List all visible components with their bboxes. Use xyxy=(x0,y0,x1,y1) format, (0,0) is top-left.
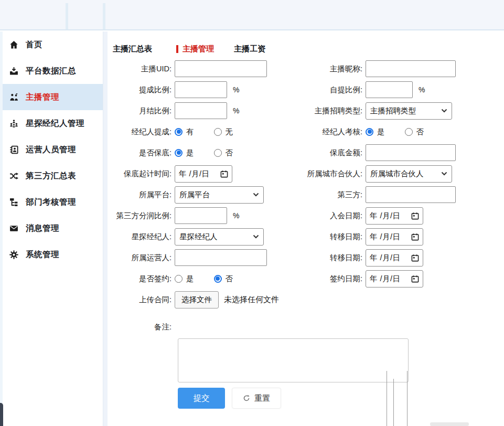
field-anchor-uid: 主播UID: xyxy=(112,58,320,79)
is-signed-radio-group: 是 否 xyxy=(175,274,233,284)
radio-selected-icon[interactable] xyxy=(214,275,222,283)
field-upload-contract: 上传合同: 选择文件 未选择任何文件 xyxy=(112,289,320,310)
radio-label: 否 xyxy=(226,274,233,284)
radio-option-no[interactable]: 否 xyxy=(405,127,424,137)
sidebar-item-system[interactable]: 系统管理 xyxy=(0,241,103,268)
field-label: 主播UID: xyxy=(141,63,171,74)
form-column-right: 主播昵称: 自提比例: % 主播招聘类型: 主播招聘类型 xyxy=(320,58,504,310)
sidebar-item-anchor-manage[interactable]: 主播管理 xyxy=(0,84,103,110)
percent-suffix: % xyxy=(233,86,239,94)
operator-icon xyxy=(9,145,18,154)
third-party-icon xyxy=(9,171,18,180)
radio-unselected-icon[interactable] xyxy=(175,275,183,283)
scout-agent-select[interactable]: 星探经纪人 xyxy=(175,228,264,246)
third-party-share-input[interactable] xyxy=(175,207,227,224)
select-value: 星探经纪人 xyxy=(179,232,218,242)
platform-select[interactable]: 所属平台 xyxy=(175,186,264,204)
sidebar-item-platform-data[interactable]: 平台数据汇总 xyxy=(0,58,103,84)
form-actions: 提交 重置 xyxy=(178,388,504,409)
sidebar-item-message[interactable]: 消息管理 xyxy=(0,215,103,241)
field-operator: 所属运营人: xyxy=(112,247,320,268)
field-third-party: 第三方: xyxy=(320,184,504,205)
calendar-icon[interactable] xyxy=(220,170,228,178)
sidebar: 首页 平台数据汇总 主播管理 星探经纪人管理 运营人员管理 xyxy=(0,31,103,426)
anchor-uid-input[interactable] xyxy=(175,60,267,77)
guarantee-amount-input[interactable] xyxy=(366,144,456,161)
radio-option-yes[interactable]: 是 xyxy=(175,148,194,158)
tab-anchor-salary[interactable]: 主播工资 xyxy=(234,44,265,54)
tab-anchor-manage-wrap[interactable]: 主播管理 xyxy=(176,44,214,54)
app-screen: 首页 平台数据汇总 主播管理 星探经纪人管理 运营人员管理 xyxy=(0,0,504,426)
city-partner-select[interactable]: 所属城市合伙人 xyxy=(366,165,452,183)
radio-selected-icon[interactable] xyxy=(175,128,183,136)
radio-option-none[interactable]: 无 xyxy=(214,127,233,137)
message-icon xyxy=(9,223,18,233)
calendar-icon[interactable] xyxy=(411,212,419,220)
anchor-manage-icon xyxy=(9,92,18,102)
field-label: 第三方分润比例: xyxy=(116,210,171,221)
calendar-icon[interactable] xyxy=(411,275,419,283)
calendar-icon[interactable] xyxy=(411,233,419,241)
header-stripe xyxy=(66,3,68,29)
field-label: 签约日期: xyxy=(330,273,362,284)
operator-input[interactable] xyxy=(175,249,267,266)
select-value: 所属城市合伙人 xyxy=(370,169,424,179)
tab-anchor-manage[interactable]: 主播管理 xyxy=(183,44,214,54)
radio-unselected-icon[interactable] xyxy=(405,128,413,136)
recruit-type-select[interactable]: 主播招聘类型 xyxy=(366,102,452,120)
radio-option-yes[interactable]: 是 xyxy=(175,274,194,284)
radio-selected-icon[interactable] xyxy=(175,149,183,157)
third-party-input[interactable] xyxy=(366,186,456,203)
date-placeholder: 年 /月/日 xyxy=(179,169,220,179)
chevron-down-icon xyxy=(441,172,447,176)
anchor-nickname-input[interactable] xyxy=(366,60,456,77)
self-ratio-input[interactable] xyxy=(366,81,413,98)
sidebar-item-scout-agent[interactable]: 星探经纪人管理 xyxy=(0,110,103,136)
sidebar-item-department[interactable]: 部门考核管理 xyxy=(0,189,103,215)
radio-unselected-icon[interactable] xyxy=(214,128,222,136)
sidebar-item-home[interactable]: 首页 xyxy=(0,31,103,58)
field-label: 自提比例: xyxy=(330,84,362,95)
field-remark: 备注: xyxy=(112,322,504,337)
field-label: 上传合同: xyxy=(139,294,171,305)
tab-bar: 主播汇总表 主播管理 主播工资 xyxy=(108,31,504,54)
transfer-date-2-input[interactable]: 年 /月/日 xyxy=(366,249,423,267)
monthly-ratio-input[interactable] xyxy=(175,102,227,119)
join-date-input[interactable]: 年 /月/日 xyxy=(366,207,423,225)
sign-date-input[interactable]: 年 /月/日 xyxy=(366,270,423,287)
sidebar-item-label: 首页 xyxy=(26,39,42,50)
commission-ratio-input[interactable] xyxy=(175,81,227,98)
scrollbar-artifact xyxy=(430,422,469,426)
remark-textarea[interactable] xyxy=(178,338,409,382)
radio-label: 否 xyxy=(226,148,233,158)
transfer-date-1-input[interactable]: 年 /月/日 xyxy=(366,228,423,246)
field-agent-assessment: 经纪人考核: 是 否 xyxy=(320,121,504,142)
radio-option-has[interactable]: 有 xyxy=(175,127,194,137)
tab-anchor-summary[interactable]: 主播汇总表 xyxy=(113,44,152,54)
radio-option-no[interactable]: 否 xyxy=(214,274,233,284)
sidebar-item-label: 平台数据汇总 xyxy=(26,66,76,77)
sidebar-edge-strip xyxy=(0,31,3,426)
sidebar-item-third-party[interactable]: 第三方汇总表 xyxy=(0,163,103,189)
radio-option-yes[interactable]: 是 xyxy=(366,127,385,137)
field-is-signed: 是否签约: 是 否 xyxy=(112,268,320,289)
radio-selected-icon[interactable] xyxy=(366,128,373,136)
radio-option-no[interactable]: 否 xyxy=(214,148,233,158)
field-label: 保底金额: xyxy=(330,147,362,158)
choose-file-button[interactable]: 选择文件 xyxy=(175,291,219,308)
field-label: 转移日期: xyxy=(330,252,362,263)
sidebar-item-operator[interactable]: 运营人员管理 xyxy=(0,136,103,163)
field-platform: 所属平台: 所属平台 xyxy=(112,184,320,205)
sidebar-item-label: 系统管理 xyxy=(26,249,59,260)
radio-unselected-icon[interactable] xyxy=(214,149,222,157)
field-monthly-ratio: 月结比例: % xyxy=(112,100,320,121)
calendar-icon[interactable] xyxy=(411,254,419,262)
guarantee-start-date-input[interactable]: 年 /月/日 xyxy=(175,165,232,183)
chevron-down-icon xyxy=(253,235,259,239)
field-label: 所属运营人: xyxy=(131,252,171,263)
field-guarantee-start-date: 保底起计时间: 年 /月/日 xyxy=(112,163,320,184)
reset-button[interactable]: 重置 xyxy=(232,388,281,409)
field-label: 备注: xyxy=(154,322,171,332)
submit-button[interactable]: 提交 xyxy=(178,388,225,409)
edge-tab-artifact xyxy=(0,403,3,426)
